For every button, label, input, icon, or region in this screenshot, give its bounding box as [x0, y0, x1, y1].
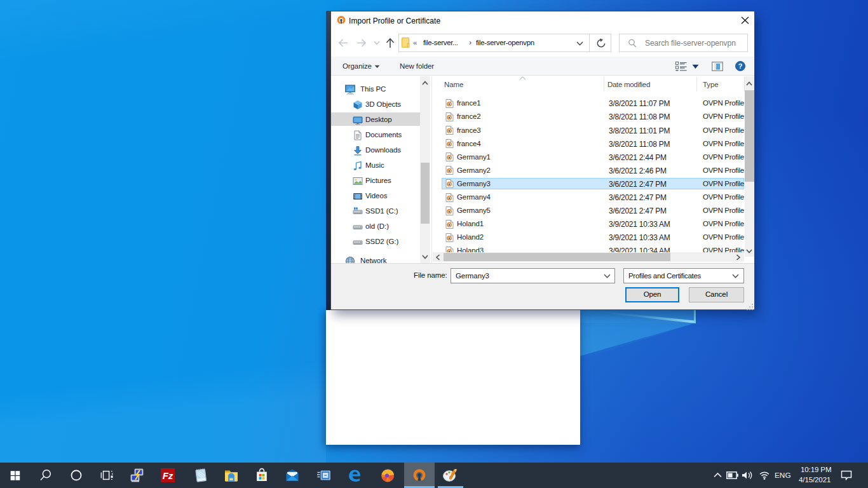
svg-text:?: ? [738, 62, 743, 70]
svg-text:Fz: Fz [163, 470, 173, 481]
